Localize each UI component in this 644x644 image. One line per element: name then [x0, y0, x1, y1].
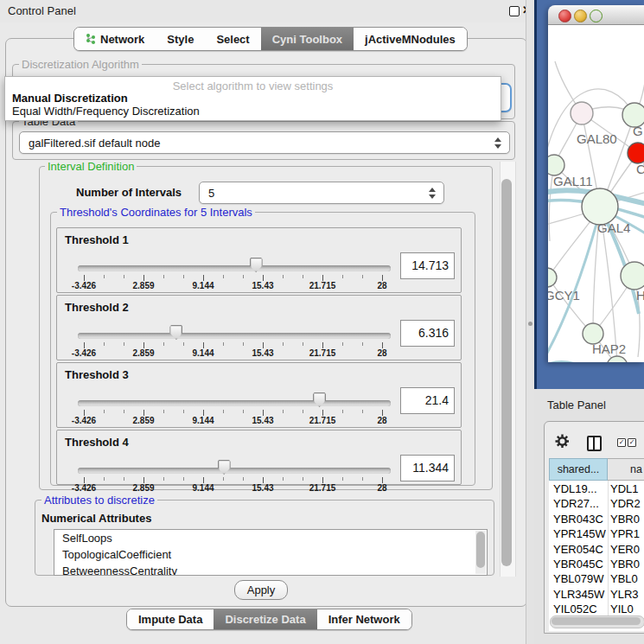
tab-style[interactable]: Style [156, 28, 205, 50]
threshold-row: Threshold 1-3.4262.8599.14415.4321.71528… [56, 227, 462, 293]
slider-tick [263, 275, 264, 281]
slider-tick [303, 342, 303, 346]
threshold-value-field[interactable]: 11.344 [400, 455, 455, 481]
zoom-traffic-light-icon[interactable] [590, 10, 603, 22]
table-data-combobox[interactable]: galFiltered.sif default node [19, 131, 510, 154]
threshold-row: Threshold 4-3.4262.8599.14415.4321.71528… [56, 430, 462, 485]
table-cell-name[interactable]: YDR2 [610, 497, 644, 510]
float-window-icon[interactable] [509, 6, 520, 16]
slider-tick-label: -3.426 [72, 483, 96, 493]
slider-tick [342, 477, 343, 481]
algorithm-option-equal-width[interactable]: Equal Width/Frequency Discretization [12, 105, 200, 118]
table-cell-shared-name[interactable]: YDR27... [553, 497, 607, 510]
slider-tick [382, 342, 383, 348]
table-panel-title: Table Panel [547, 399, 606, 411]
gear-icon[interactable] [555, 434, 570, 452]
slider-tick [104, 275, 105, 278]
table-cell-name[interactable]: YER0 [610, 543, 644, 556]
slider-tick [303, 410, 303, 413]
gal80-node[interactable] [571, 102, 593, 124]
node-label: GAL80 [577, 131, 617, 146]
table-cell-shared-name[interactable]: YBR043C [553, 513, 607, 526]
checkbox-icon[interactable]: ✓ [617, 438, 626, 447]
tab-discretize-data[interactable]: Discretize Data [214, 609, 316, 629]
table-cell-name[interactable]: YBR0 [610, 558, 644, 571]
algorithm-option-manual[interactable]: Manual Discretization [12, 92, 128, 105]
threshold-value-field[interactable]: 14.713 [400, 252, 455, 279]
table-cell-shared-name[interactable]: YIL052C [553, 603, 607, 615]
threshold-slider-track[interactable] [78, 265, 391, 271]
slider-tick [84, 410, 85, 416]
slider-tick [362, 477, 363, 481]
columns-icon[interactable] [587, 436, 602, 451]
minimize-traffic-light-icon[interactable] [574, 10, 587, 22]
node-label: GAL4 [597, 220, 630, 235]
node-label: G [633, 124, 643, 138]
column-header-shared-name[interactable]: shared... [549, 458, 608, 481]
slider-tick [303, 477, 303, 481]
slider-tick-label: 9.144 [192, 348, 214, 358]
tab-network[interactable]: Network [74, 28, 156, 50]
right-node[interactable] [621, 262, 644, 290]
threshold-slider-track[interactable] [78, 333, 391, 339]
table-cell-name[interactable]: YLR3 [610, 588, 644, 601]
table-cell-shared-name[interactable]: YBL079W [553, 572, 607, 585]
apply-button[interactable]: Apply [234, 580, 288, 600]
column-header-name[interactable]: na [608, 458, 644, 481]
interval-definition-label: Interval Definition [45, 160, 137, 173]
node-label: HAP2 [592, 341, 626, 356]
threshold-value-field[interactable]: 21.4 [400, 387, 455, 414]
table-cell-shared-name[interactable]: YER054C [553, 543, 607, 556]
table-cell-shared-name[interactable]: YPR145W [553, 527, 607, 540]
list-scrollbar-track[interactable] [475, 531, 486, 574]
slider-tick [263, 342, 264, 348]
table-cell-name[interactable]: YBL0 [610, 572, 644, 585]
tab-label: Discretize Data [225, 613, 305, 626]
tab-infer-network[interactable]: Infer Network [317, 609, 411, 629]
tab-cyni-toolbox[interactable]: Cyni Toolbox [261, 28, 354, 50]
table-cell-shared-name[interactable]: YBR045C [553, 558, 607, 571]
list-scrollbar-thumb[interactable] [476, 532, 485, 568]
threshold-slider-track[interactable] [78, 400, 391, 406]
attribute-list-item[interactable]: BetweennessCentrality [54, 563, 487, 576]
slider-tick [203, 477, 204, 483]
slider-tick [104, 477, 105, 481]
attribute-list-item[interactable]: SelfLoops [54, 530, 487, 546]
network-canvas[interactable]: GAL80GCGAL11GAL4GCY1HHAP2 [548, 25, 644, 362]
slider-tick [84, 477, 85, 483]
attribute-list-item[interactable]: TopologicalCoefficient [54, 546, 487, 563]
checkbox-icon[interactable]: ✓ [628, 438, 636, 447]
node-label: GCY1 [548, 288, 580, 303]
slider-tick [84, 275, 85, 281]
tab-label: Cyni Toolbox [272, 33, 342, 46]
gal4-node[interactable] [582, 188, 618, 225]
table-hscrollbar-thumb[interactable] [552, 617, 641, 625]
gcy1-node[interactable] [548, 268, 557, 287]
close-traffic-light-icon[interactable] [558, 10, 571, 22]
divider-grip-icon[interactable] [528, 322, 532, 326]
tab-select[interactable]: Select [205, 28, 260, 50]
numerical-attributes-list[interactable]: SelfLoopsTopologicalCoefficientBetweenne… [54, 529, 488, 576]
table-cell-name[interactable]: YIL0 [610, 603, 644, 615]
table-cell-shared-name[interactable]: YLR345W [553, 588, 607, 601]
tab-jactivemnodules[interactable]: jActiveMNodules [354, 28, 467, 50]
tab-impute-data[interactable]: Impute Data [127, 609, 214, 629]
gal11-node[interactable] [548, 155, 564, 175]
threshold-slider-track[interactable] [78, 468, 391, 474]
slider-tick [243, 342, 244, 346]
table-cell-name[interactable]: YBR0 [610, 513, 644, 526]
slider-tick [163, 477, 164, 481]
tab-label: Impute Data [138, 613, 202, 626]
table-data-value: galFiltered.sif default node [20, 137, 494, 150]
slider-tick [342, 342, 343, 346]
selected-red-node[interactable] [628, 143, 644, 163]
table-cell-shared-name[interactable]: YDL19... [553, 482, 607, 495]
slider-tick [143, 275, 144, 281]
table-cell-name[interactable]: YDL1 [610, 482, 644, 495]
threshold-value-field[interactable]: 6.316 [400, 320, 455, 347]
control-panel-tabbar: NetworkStyleSelectCyni ToolboxjActiveMNo… [73, 27, 468, 51]
num-intervals-combobox[interactable]: 5 [199, 182, 444, 204]
slider-tick-label: 2.859 [132, 416, 154, 425]
table-cell-name[interactable]: YPR1 [610, 527, 644, 540]
panel-scrollbar-thumb[interactable] [501, 179, 512, 566]
